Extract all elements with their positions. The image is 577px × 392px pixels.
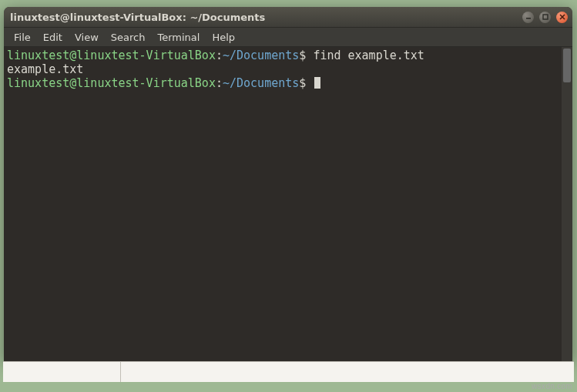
minimize-button[interactable] <box>522 12 534 23</box>
menu-edit[interactable]: Edit <box>38 29 68 45</box>
menubar: File Edit View Search Terminal Help <box>4 28 572 47</box>
prompt-userhost-2: linuxtest@linuxtest-VirtualBox <box>7 76 216 90</box>
close-button[interactable] <box>556 12 568 23</box>
prompt-sep-2: : <box>216 76 223 90</box>
output-line-1: example.txt <box>7 62 83 76</box>
menu-search[interactable]: Search <box>106 29 151 45</box>
prompt-sep: : <box>216 49 223 62</box>
menu-help[interactable]: Help <box>206 29 240 45</box>
prompt-userhost: linuxtest@linuxtest-VirtualBox <box>7 49 216 62</box>
close-icon <box>559 14 565 20</box>
svg-rect-0 <box>526 18 531 19</box>
window-title: linuxtest@linuxtest-VirtualBox: ~/Docume… <box>10 12 522 23</box>
terminal-window: linuxtest@linuxtest-VirtualBox: ~/Docume… <box>4 7 572 361</box>
prompt-path-2: ~/Documents <box>223 76 299 90</box>
maximize-icon <box>542 14 548 20</box>
scrollbar-thumb[interactable] <box>563 49 571 82</box>
window-controls <box>522 12 568 23</box>
terminal-output[interactable]: linuxtest@linuxtest-VirtualBox:~/Documen… <box>4 47 562 361</box>
menu-view[interactable]: View <box>69 29 104 45</box>
prompt-symbol-2: $ <box>299 76 306 90</box>
minimize-icon <box>525 14 532 20</box>
panel-divider <box>3 362 121 382</box>
menu-terminal[interactable]: Terminal <box>152 29 205 45</box>
titlebar[interactable]: linuxtest@linuxtest-VirtualBox: ~/Docume… <box>4 7 572 28</box>
command-line-1: find example.txt <box>313 49 424 62</box>
maximize-button[interactable] <box>539 12 551 23</box>
prompt-symbol: $ <box>299 49 306 62</box>
svg-rect-1 <box>543 15 548 19</box>
menu-file[interactable]: File <box>8 29 36 45</box>
text-cursor <box>314 77 320 89</box>
background-panel-strip <box>3 361 574 382</box>
watermark: wsxdn.com <box>532 382 572 390</box>
prompt-path: ~/Documents <box>223 49 299 62</box>
scrollbar[interactable] <box>562 47 572 361</box>
terminal-body: linuxtest@linuxtest-VirtualBox:~/Documen… <box>4 47 572 361</box>
